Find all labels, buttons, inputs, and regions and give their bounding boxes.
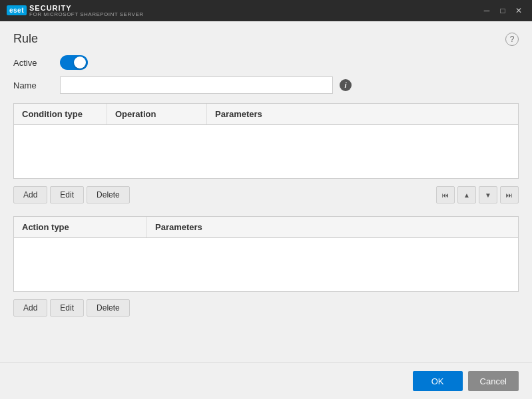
action-delete-button[interactable]: Delete [87,299,130,317]
app-subtitle-label: FOR MICROSOFT SHAREPOINT SERVER [29,12,144,18]
minimize-button[interactable]: ─ [480,4,493,17]
condition-first-button[interactable]: ⏮ [436,186,455,203]
condition-edit-button[interactable]: Edit [50,186,84,203]
close-button[interactable]: ✕ [512,4,525,17]
app-logo: eset SECURITY FOR MICROSOFT SHAREPOINT S… [7,4,144,18]
page-title: Rule [13,32,38,46]
action-edit-button[interactable]: Edit [50,299,84,317]
eset-logo: eset SECURITY FOR MICROSOFT SHAREPOINT S… [7,4,144,18]
condition-controls: Add Edit Delete ⏮ ▲ ▼ ⏭ [13,183,519,207]
action-table: Action type Parameters [13,216,519,292]
ok-button[interactable]: OK [413,371,463,391]
action-controls: Add Edit Delete [13,296,519,320]
app-title-group: SECURITY FOR MICROSOFT SHAREPOINT SERVER [29,4,144,18]
operation-col-header: Operation [107,104,207,124]
name-info-icon[interactable]: i [340,79,352,91]
condition-last-button[interactable]: ⏭ [500,186,519,203]
condition-delete-button[interactable]: Delete [87,186,130,203]
condition-table: Condition type Operation Parameters [13,103,519,179]
toggle-track[interactable] [60,55,88,70]
app-name-label: SECURITY [29,4,144,12]
help-button[interactable]: ? [505,33,519,46]
action-add-button[interactable]: Add [13,299,47,317]
toggle-thumb [74,57,86,68]
condition-down-button[interactable]: ▼ [479,186,497,203]
main-window: eset SECURITY FOR MICROSOFT SHAREPOINT S… [0,0,532,399]
action-col-header: Action type [14,217,147,237]
action-table-header: Action type Parameters [14,217,518,238]
footer: OK Cancel [0,362,532,399]
name-input[interactable] [60,76,333,94]
condition-up-button[interactable]: ▲ [457,186,476,203]
titlebar: eset SECURITY FOR MICROSOFT SHAREPOINT S… [0,0,532,21]
condition-nav-buttons: ⏮ ▲ ▼ ⏭ [436,186,519,203]
action-parameters-col-header: Parameters [147,217,518,237]
condition-add-button[interactable]: Add [13,186,47,203]
page-header: Rule ? [13,32,519,46]
maximize-button[interactable]: □ [496,4,509,17]
active-label: Active [13,58,53,68]
condition-table-header: Condition type Operation Parameters [14,104,518,125]
eset-box-label: eset [7,5,27,15]
active-row: Active [13,55,519,70]
main-content: Rule ? Active Name i Condition type Oper… [0,21,532,362]
active-toggle[interactable] [60,55,88,70]
cancel-button[interactable]: Cancel [468,371,519,391]
condition-col-header: Condition type [14,104,107,124]
condition-table-body [14,125,518,178]
name-row: Name i [13,76,519,94]
name-label: Name [13,80,53,90]
window-controls: ─ □ ✕ [480,4,525,17]
action-table-body [14,238,518,291]
parameters-col-header: Parameters [207,104,518,124]
